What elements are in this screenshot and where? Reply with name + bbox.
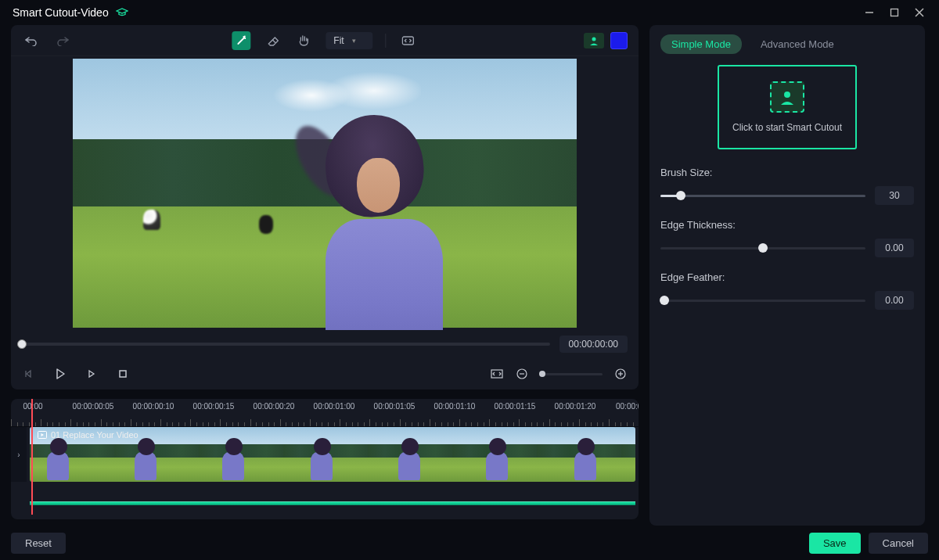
ruler-label: 00:00:00:05 bbox=[73, 402, 114, 411]
effect-track-bar[interactable] bbox=[30, 501, 635, 505]
start-smart-cutout-button[interactable]: Click to start Smart Cutout bbox=[718, 65, 857, 149]
svg-rect-8 bbox=[120, 371, 126, 377]
preview-toolbar: Fit▾ bbox=[11, 25, 639, 56]
brush-tool-button[interactable] bbox=[232, 31, 250, 50]
reset-button[interactable]: Reset bbox=[11, 533, 66, 554]
maximize-button[interactable] bbox=[889, 7, 900, 18]
ruler-label: 00:00:01:15 bbox=[495, 402, 536, 411]
ruler-label: 00:00:01:05 bbox=[374, 402, 416, 411]
eraser-tool-button[interactable] bbox=[263, 31, 282, 50]
zoom-fit-select[interactable]: Fit▾ bbox=[326, 32, 372, 49]
step-back-button[interactable] bbox=[22, 367, 36, 381]
svg-rect-1 bbox=[891, 9, 898, 16]
app-title: Smart Cutout-Video bbox=[13, 6, 109, 19]
timeline-thumbnail bbox=[452, 427, 537, 482]
edge-feather-label: Edge Feather: bbox=[660, 271, 914, 283]
ruler-label: 00:00:00:15 bbox=[193, 402, 235, 411]
person-cutout-icon bbox=[770, 81, 804, 113]
redo-button[interactable] bbox=[53, 31, 72, 50]
compare-button[interactable] bbox=[399, 31, 418, 50]
brush-size-label: Brush Size: bbox=[660, 167, 914, 178]
close-button[interactable] bbox=[914, 7, 925, 18]
playhead[interactable] bbox=[31, 399, 33, 515]
timeline-thumbnail bbox=[283, 427, 368, 482]
stop-button[interactable] bbox=[116, 367, 130, 381]
properties-panel: Simple Mode Advanced Mode Click to start… bbox=[649, 25, 925, 526]
preview-panel: Fit▾ 00:00:00:00 bbox=[11, 25, 639, 389]
step-forward-button[interactable] bbox=[85, 367, 99, 381]
brush-size-value[interactable]: 30 bbox=[875, 186, 914, 205]
tab-simple-mode[interactable]: Simple Mode bbox=[660, 34, 742, 54]
tab-advanced-mode[interactable]: Advanced Mode bbox=[750, 34, 845, 54]
pan-tool-button[interactable] bbox=[294, 31, 313, 50]
edge-thickness-slider[interactable] bbox=[660, 247, 865, 249]
svg-point-6 bbox=[592, 37, 596, 41]
timeline-ruler[interactable]: 00:0000:00:00:0500:00:00:1000:00:00:1500… bbox=[11, 399, 639, 427]
background-color-swatch[interactable] bbox=[610, 32, 628, 49]
svg-point-4 bbox=[244, 35, 246, 37]
clip-name: 01 Replace Your Video bbox=[51, 430, 139, 440]
video-clip[interactable]: 01 Replace Your Video bbox=[30, 427, 635, 482]
graduation-cap-icon[interactable] bbox=[115, 5, 129, 20]
undo-button[interactable] bbox=[22, 31, 41, 50]
play-button[interactable] bbox=[53, 367, 67, 381]
timeline-thumbnail bbox=[537, 427, 621, 482]
subject-preview-chip[interactable] bbox=[584, 33, 604, 48]
zoom-slider[interactable] bbox=[540, 373, 603, 375]
timeline-thumbnail bbox=[621, 427, 635, 482]
zoom-out-button[interactable] bbox=[515, 367, 529, 381]
save-button[interactable]: Save bbox=[809, 533, 861, 554]
ruler-label: 00:00 bbox=[23, 402, 42, 411]
title-bar: Smart Cutout-Video bbox=[0, 0, 939, 25]
preview-canvas[interactable] bbox=[11, 56, 639, 330]
ruler-label: 00:00:01:20 bbox=[555, 402, 596, 411]
expand-track-icon[interactable]: › bbox=[17, 451, 20, 459]
timeline-thumbnail bbox=[368, 427, 452, 482]
start-cutout-label: Click to start Smart Cutout bbox=[732, 122, 842, 133]
ruler-label: 00:00:02:... bbox=[616, 402, 639, 411]
svg-point-16 bbox=[784, 92, 790, 98]
scrub-bar[interactable] bbox=[22, 343, 550, 346]
timeline-panel: 00:0000:00:00:0500:00:00:1000:00:00:1500… bbox=[11, 399, 639, 519]
ruler-label: 00:00:00:10 bbox=[133, 402, 174, 411]
edge-feather-value[interactable]: 0.00 bbox=[875, 291, 914, 310]
current-time: 00:00:00:00 bbox=[559, 336, 628, 353]
ruler-label: 00:00:01:10 bbox=[434, 402, 476, 411]
edge-thickness-label: Edge Thickness: bbox=[660, 219, 914, 231]
footer: Reset Save Cancel bbox=[0, 526, 939, 560]
zoom-in-button[interactable] bbox=[613, 367, 628, 381]
brush-size-slider[interactable] bbox=[660, 195, 865, 197]
ruler-label: 00:00:01:00 bbox=[314, 402, 355, 411]
timeline-thumbnail bbox=[199, 427, 283, 482]
fit-screen-button[interactable] bbox=[490, 367, 504, 381]
cancel-button[interactable]: Cancel bbox=[869, 533, 928, 554]
minimize-button[interactable] bbox=[864, 7, 875, 18]
edge-thickness-value[interactable]: 0.00 bbox=[875, 239, 914, 257]
ruler-label: 00:00:00:20 bbox=[254, 402, 295, 411]
video-frame bbox=[73, 59, 577, 328]
edge-feather-slider[interactable] bbox=[660, 300, 865, 302]
